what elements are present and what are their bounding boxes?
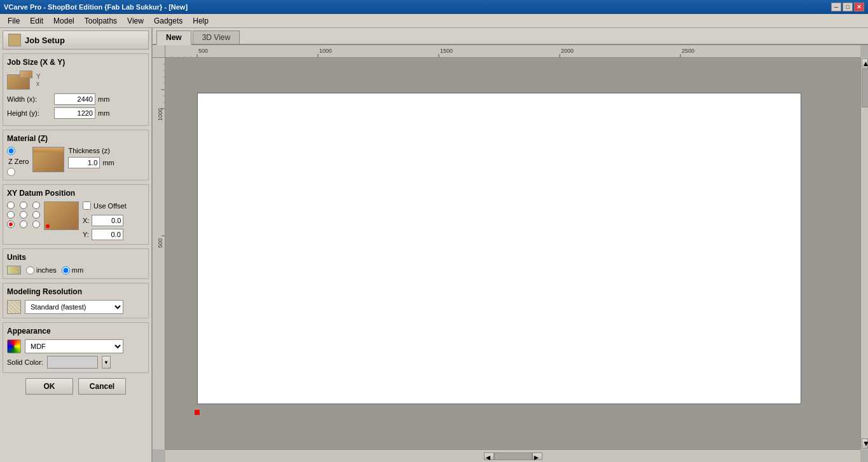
svg-text:1000: 1000	[319, 48, 332, 54]
button-row: OK Cancel	[3, 378, 149, 395]
mm-radio[interactable]	[62, 266, 70, 275]
datum-grid	[7, 201, 40, 228]
material-select[interactable]: MDF Plywood Pine Oak Walnut	[25, 339, 123, 353]
menu-model[interactable]: Model	[48, 15, 79, 27]
scroll-v-up-btn[interactable]: ▲	[862, 58, 868, 69]
appearance-title: Appearance	[7, 327, 144, 336]
restore-button[interactable]: □	[843, 3, 853, 11]
x-offset-row: X:	[83, 215, 127, 226]
color-picker[interactable]	[47, 356, 98, 369]
datum-tc[interactable]	[20, 201, 27, 209]
thickness-label: Thickness (z)	[68, 147, 114, 154]
solid-color-row: Solid Color: ▼	[7, 356, 144, 369]
mm-option[interactable]: mm	[62, 266, 83, 275]
z-zero-bottom-option[interactable]	[7, 168, 15, 176]
tab-3d-view[interactable]: 3D View	[193, 31, 240, 44]
svg-text:500: 500	[157, 238, 163, 248]
svg-text:500: 500	[198, 48, 208, 54]
thickness-unit: mm	[102, 159, 114, 166]
units-section: Units 📏 inches mm	[3, 248, 149, 279]
appearance-row: MDF Plywood Pine Oak Walnut	[7, 339, 144, 353]
menu-bar: File Edit Model Toolpaths View Gadgets H…	[0, 14, 868, 28]
inches-label: inches	[36, 266, 57, 274]
resolution-select[interactable]: Standard (fastest) High Very High	[25, 300, 123, 314]
close-button[interactable]: ✕	[854, 3, 864, 11]
material-z-row: Z Zero Thickness (z) mm	[7, 147, 144, 176]
vertical-scrollbar[interactable]: ▲ ▼	[860, 58, 868, 449]
scroll-v-thumb[interactable]	[862, 69, 868, 107]
width-label: Width (x):	[7, 95, 52, 103]
z-zero-top-option[interactable]	[7, 147, 15, 155]
material-preview-icon	[32, 147, 64, 172]
scroll-h-thumb[interactable]	[494, 452, 532, 460]
datum-right: Use Offset X: Y:	[83, 201, 127, 240]
datum-bc[interactable]	[20, 221, 27, 228]
height-unit: mm	[98, 109, 109, 117]
height-row: Height (y): mm	[7, 107, 144, 119]
horizontal-ruler: 500 1000 1500 2000 2500	[165, 45, 860, 58]
tab-new[interactable]: New	[156, 31, 191, 45]
job-size-icon	[7, 71, 32, 90]
panel-title: Job Setup	[25, 36, 65, 45]
inches-option[interactable]: inches	[26, 266, 57, 275]
use-offset-checkbox[interactable]	[83, 201, 91, 210]
xy-datum-title: XY Datum Position	[7, 189, 144, 198]
datum-ml[interactable]	[7, 211, 15, 219]
z-zero-top-radio[interactable]	[7, 147, 15, 155]
ok-button[interactable]: OK	[25, 378, 73, 395]
ruler-v-svg: 1000 500	[153, 58, 165, 449]
job-size-title: Job Size (X & Y)	[7, 58, 144, 67]
scroll-v-down-btn[interactable]: ▼	[862, 438, 868, 449]
color-dropdown-btn[interactable]: ▼	[102, 356, 111, 369]
solid-color-label: Solid Color:	[7, 358, 43, 366]
menu-edit[interactable]: Edit	[25, 15, 48, 27]
width-row: Width (x): mm	[7, 93, 144, 105]
thickness-input[interactable]	[68, 157, 100, 168]
scroll-h-left-btn[interactable]: ◄	[484, 452, 494, 460]
z-zero-options: Z Zero	[7, 147, 29, 176]
job-setup-icon	[8, 34, 21, 46]
width-input[interactable]	[54, 93, 95, 105]
main-layout: Job Setup Job Size (X & Y) Yx Width (x):…	[0, 28, 868, 462]
datum-layout: Use Offset X: Y:	[7, 201, 144, 240]
origin-marker	[195, 410, 200, 415]
z-zero-label: Z Zero	[8, 158, 29, 165]
thickness-row: mm	[68, 157, 114, 168]
height-input[interactable]	[54, 107, 95, 119]
datum-preview-icon	[44, 201, 79, 230]
canvas-area: 500 1000 1500 2000 2500	[153, 45, 868, 462]
right-content: New 3D View 500 1000 1500 2000	[153, 28, 868, 462]
panel-header: Job Setup	[3, 31, 149, 50]
datum-mr[interactable]	[32, 211, 40, 219]
use-offset-row: Use Offset	[83, 201, 127, 210]
job-size-section: Job Size (X & Y) Yx Width (x): mm Height…	[3, 53, 149, 126]
drawing-canvas[interactable]	[197, 93, 801, 404]
menu-gadgets[interactable]: Gadgets	[149, 15, 188, 27]
menu-toolpaths[interactable]: Toolpaths	[79, 15, 122, 27]
datum-red-dot	[46, 224, 50, 228]
minimize-button[interactable]: ─	[831, 3, 841, 11]
use-offset-label: Use Offset	[93, 202, 127, 210]
mm-label: mm	[72, 266, 83, 274]
x-offset-input[interactable]	[92, 215, 123, 226]
ruler-h-svg: 500 1000 1500 2000 2500	[165, 45, 860, 58]
resolution-icon	[7, 300, 21, 314]
inches-radio[interactable]	[26, 266, 34, 275]
menu-view[interactable]: View	[122, 15, 149, 27]
width-unit: mm	[98, 95, 109, 103]
y-offset-input[interactable]	[92, 229, 123, 240]
menu-help[interactable]: Help	[188, 15, 214, 27]
horizontal-scrollbar[interactable]: ◄ ►	[165, 449, 860, 462]
tab-bar: New 3D View	[153, 28, 868, 45]
cancel-button[interactable]: Cancel	[78, 378, 126, 395]
scroll-h-right-btn[interactable]: ►	[532, 452, 542, 460]
datum-tl[interactable]	[7, 201, 15, 209]
window-controls[interactable]: ─ □ ✕	[831, 3, 864, 11]
menu-file[interactable]: File	[3, 15, 25, 27]
z-zero-bottom-radio[interactable]	[7, 168, 15, 176]
color-icon	[7, 339, 21, 353]
datum-tr[interactable]	[32, 201, 40, 209]
datum-br[interactable]	[32, 221, 40, 228]
datum-bl[interactable]	[7, 221, 15, 228]
datum-mc[interactable]	[20, 211, 27, 219]
